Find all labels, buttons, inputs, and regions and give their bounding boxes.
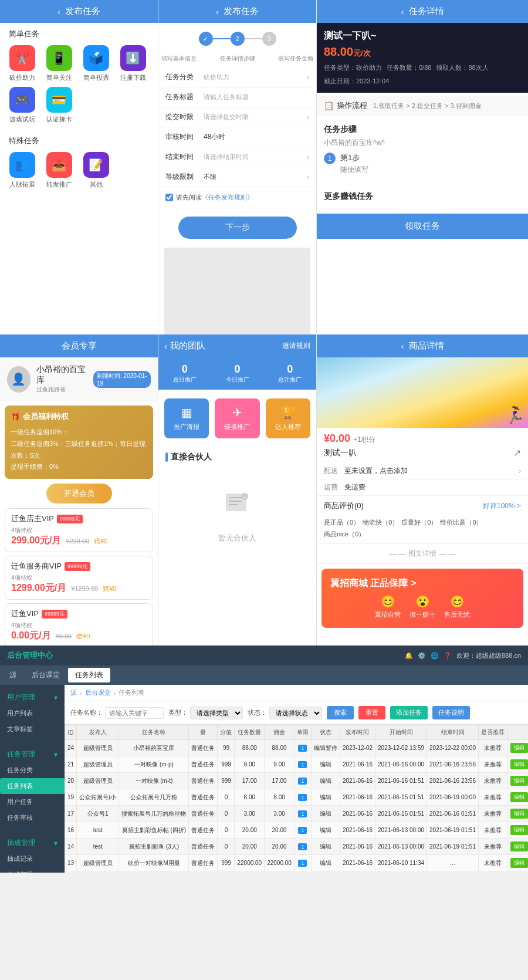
terms-link[interactable]: 《任务发布规则》 [202, 194, 253, 201]
vip-plan-2[interactable]: 迁鱼VIP 99999元 4项特权 0.00元/月 ¥0.00 赠¥0 [5, 603, 153, 646]
task-item-simple-follow[interactable]: 📱简单关注 [43, 45, 75, 82]
task-price-display: 88.00元/次 [324, 45, 521, 59]
form-field-category[interactable]: 任务分类 砍价助力 › [158, 67, 316, 87]
table-cell-0-6: 88.00 [265, 740, 295, 756]
form-field-title[interactable]: 任务标题 请输入任务标题 [158, 87, 316, 107]
claim-task-button[interactable]: 领取任务 [317, 214, 528, 239]
admin-breadcrumb: 源 › 后台课堂 › 任务列表 [65, 685, 528, 701]
terms-row[interactable]: 请先阅读《任务发布规则》 [158, 187, 316, 208]
sidebar-item-用户列表[interactable]: 用户列表 [0, 705, 65, 721]
table-cell-5-2: 翼招主剿彩鱼标帖 (四折) [119, 822, 189, 839]
rating-tag-3: 性价比高（0） [440, 518, 482, 527]
notification-icon[interactable]: 🔔 [405, 652, 413, 660]
admin-tab-任务列表[interactable]: 任务列表 [68, 668, 110, 682]
settings-icon[interactable]: ⚙️ [418, 652, 426, 660]
action-btn-2[interactable]: 🏆达人推荐 [266, 398, 310, 438]
special-label-people-expand: 人脉拓展 [9, 180, 35, 189]
vip-plan-1[interactable]: 迁鱼服务商VIP 99999元 4项特权 1299.00元/月 ¥1299.00… [5, 556, 153, 600]
ad-banner[interactable]: 翼招商城 正品保障 > 😊翼招自营😮假一赔十😊售后无忧 [321, 569, 523, 628]
panel3-back-arrow[interactable]: ‹ [401, 6, 404, 16]
globe-icon[interactable]: 🌐 [431, 652, 439, 660]
table-cell-5-6: 20.00 [265, 822, 295, 839]
action-编辑-2[interactable]: 编辑 [510, 776, 528, 786]
table-cell-6-5: 20.00 [235, 839, 265, 855]
action-编辑-7[interactable]: 编辑 [510, 858, 528, 868]
admin-tab-后台课堂[interactable]: 后台课堂 [25, 668, 67, 682]
product-share-icon[interactable]: ↗ [513, 447, 521, 458]
action-btn-0[interactable]: ▦推广海报 [164, 398, 209, 438]
breadcrumb-course[interactable]: 后台课堂 [85, 688, 111, 697]
task-item-verify-card[interactable]: 💳认证掷卡 [43, 87, 75, 124]
breadcrumb-home[interactable]: 源 [70, 688, 77, 697]
task-label-register-download: 注册下载 [120, 73, 146, 82]
special-task-item-other[interactable]: 📝其他 [80, 152, 112, 189]
field-level-value: 不限 [204, 173, 307, 181]
action-编辑-1[interactable]: 编辑 [510, 759, 528, 769]
add-task-button[interactable]: 添加任务 [390, 706, 428, 719]
action-编辑-0[interactable]: 编辑 [510, 743, 528, 753]
task-item-game-trial[interactable]: 🎮游戏试玩 [6, 87, 38, 124]
product-delivery-row[interactable]: 配送 至未设置，点击添加 › [317, 463, 528, 479]
filter-type-select[interactable]: 请选择类型 [190, 707, 243, 719]
task-desc-button[interactable]: 任务说明 [432, 706, 470, 719]
task-item-register-download[interactable]: ⬇️注册下载 [117, 45, 149, 82]
table-cell-1-11: 2021-06-16 23:56 [427, 756, 479, 773]
table-header-操作: 操作 [507, 725, 529, 740]
product-back-arrow[interactable]: ‹ [401, 341, 404, 351]
table-cell-4-3: 普通任务 [189, 806, 218, 822]
step-line1 [213, 38, 231, 39]
good-rate[interactable]: 好评100% > [483, 501, 521, 511]
invite-rules-link[interactable]: 邀请规则 [282, 341, 310, 351]
task-icon-simple-follow: 📱 [46, 45, 72, 71]
field-deadline-placeholder: 请选择提交时限 [204, 113, 307, 121]
table-cell-1-0: 21 [65, 756, 77, 773]
terms-checkbox[interactable] [165, 194, 173, 201]
form-field-level[interactable]: 等级限制 不限 › [158, 167, 316, 187]
action-编辑-5[interactable]: 编辑 [510, 825, 528, 835]
sidebar-section-title: 用户管理▾ [0, 690, 65, 705]
special-task-item-forward-promote[interactable]: 📤转发推广 [43, 152, 75, 189]
help-icon[interactable]: ❓ [444, 652, 452, 660]
action-编辑-4[interactable]: 编辑 [510, 809, 528, 819]
table-cell-7-7: 1 [294, 855, 311, 871]
form-field-end-time[interactable]: 结束时间 请选择结束时间 › [158, 147, 316, 167]
image-detail-divider: — — 图文详情 — — [317, 543, 528, 564]
search-button[interactable]: 搜索 [327, 706, 354, 719]
sidebar-item-任务列表[interactable]: 任务列表 [0, 778, 65, 794]
table-cell-6-11: 2021-06-19 01:51 [427, 839, 479, 855]
reset-button[interactable]: 重置 [358, 706, 385, 719]
filter-task-name-input[interactable] [105, 707, 164, 719]
table-actions-6: 编辑详情下载暂停删除任务报告 [507, 839, 529, 855]
panel2-back-arrow[interactable]: ‹ [216, 6, 219, 16]
task-count: 任务数量：0/88 [387, 63, 431, 72]
sidebar-item-抽成记录[interactable]: 抽成记录 [0, 851, 65, 867]
action-编辑-6[interactable]: 编辑 [510, 842, 528, 851]
open-vip-button[interactable]: 开通会员 [46, 484, 112, 503]
panel1-back-arrow[interactable]: ‹ [57, 6, 60, 16]
task-item-simple-vote[interactable]: 🗳️简单投票 [80, 45, 112, 82]
action-btn-1[interactable]: ✈链接推广 [215, 398, 259, 438]
ad-link[interactable]: 更多资源尽在 i4m.cn [317, 633, 528, 646]
table-cell-1-5: 9.00 [235, 756, 265, 773]
admin-tab-源[interactable]: 源 [2, 668, 23, 682]
product-banner: 🏃‍♀️ [317, 357, 528, 428]
table-cell-6-9: 2021-06-16 [340, 839, 375, 855]
step1-label: 填写基本信息 [161, 55, 197, 63]
sidebar-item-任务审核[interactable]: 任务审核 [0, 810, 65, 826]
filter-status-select[interactable]: 请选择状态 [269, 707, 322, 719]
form-field-deadline[interactable]: 提交时限 请选择提交时限 › [158, 107, 316, 127]
ad-feature-1: 😮假一赔十 [409, 594, 435, 619]
task-item-cut-price[interactable]: ✂️砍价助力 [6, 45, 38, 82]
special-task-item-people-expand[interactable]: 👥人脉拓展 [6, 152, 38, 189]
sidebar-item-任务分类[interactable]: 任务分类 [0, 762, 65, 778]
sidebar-item-文章标签[interactable]: 文章标签 [0, 721, 65, 737]
sidebar-item-分成管理[interactable]: 分成管理 [0, 867, 65, 873]
action-编辑-3[interactable]: 编辑 [510, 792, 528, 802]
panel1-title: 发布任务 [65, 6, 100, 17]
table-cell-2-3: 普通任务 [189, 773, 218, 789]
next-button[interactable]: 下一步 [178, 217, 297, 239]
vip-plan-0[interactable]: 迁鱼店主VIP 99999元 4项特权 299.00元/月 ¥299.00 赠¥… [5, 508, 153, 552]
team-back-arrow[interactable]: ‹ [164, 341, 167, 351]
sidebar-item-用户任务[interactable]: 用户任务 [0, 794, 65, 810]
table-cell-5-10: 2021-06-13 00:00 [375, 822, 427, 839]
